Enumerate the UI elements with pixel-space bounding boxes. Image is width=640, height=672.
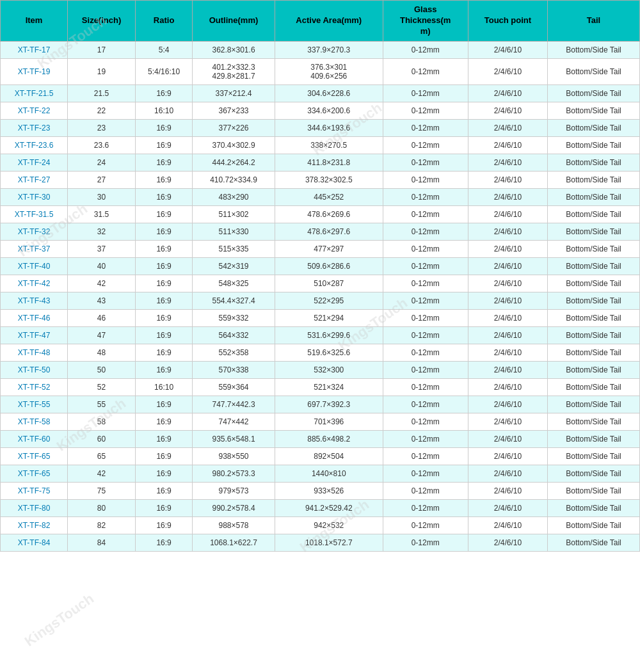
table-cell: 2/4/6/10 <box>468 84 547 102</box>
table-cell: 5:4/16:10 <box>136 58 193 84</box>
table-row: XT-TF-404016:9542×319509.6×286.60-12mm2/… <box>1 257 640 275</box>
table-cell: 979×573 <box>193 482 275 499</box>
table-cell: Bottom/Side Tail <box>548 154 640 171</box>
table-cell: XT-TF-42 <box>1 275 68 292</box>
table-cell: 21.5 <box>68 84 136 102</box>
table-cell: 942×532 <box>275 516 383 534</box>
table-cell: 16:9 <box>136 275 193 292</box>
table-cell: 401.2×332.3429.8×281.7 <box>193 58 275 84</box>
table-cell: 0-12mm <box>383 58 468 84</box>
table-cell: 65 <box>68 447 136 465</box>
table-cell: Bottom/Side Tail <box>548 84 640 102</box>
table-cell: 16:9 <box>136 154 193 171</box>
table-row: XT-TF-424216:9548×325510×2870-12mm2/4/6/… <box>1 275 640 292</box>
table-cell: 0-12mm <box>383 102 468 119</box>
table-cell: Bottom/Side Tail <box>548 119 640 136</box>
table-cell: 2/4/6/10 <box>468 326 547 344</box>
table-row: XT-TF-654216:9980.2×573.31440×8100-12mm2… <box>1 465 640 482</box>
table-cell: 60 <box>68 430 136 447</box>
table-cell: XT-TF-55 <box>1 396 68 413</box>
table-cell: XT-TF-23.6 <box>1 136 68 154</box>
table-cell: 935.6×548.1 <box>193 430 275 447</box>
col-header-glass: GlassThickness(mm) <box>383 1 468 42</box>
table-cell: 509.6×286.6 <box>275 257 383 275</box>
table-cell: 0-12mm <box>383 171 468 188</box>
table-cell: 23 <box>68 119 136 136</box>
table-row: XT-TF-525216:10559×364521×3240-12mm2/4/6… <box>1 378 640 396</box>
table-cell: 42 <box>68 465 136 482</box>
table-cell: XT-TF-23 <box>1 119 68 136</box>
table-cell: 40 <box>68 257 136 275</box>
table-cell: 0-12mm <box>383 223 468 240</box>
table-cell: 0-12mm <box>383 465 468 482</box>
table-cell: 16:9 <box>136 292 193 309</box>
table-cell: 0-12mm <box>383 361 468 378</box>
table-cell: Bottom/Side Tail <box>548 171 640 188</box>
table-row: XT-TF-474716:9564×332531.6×299.60-12mm2/… <box>1 326 640 344</box>
table-cell: 16:10 <box>136 378 193 396</box>
table-cell: 377×226 <box>193 119 275 136</box>
table-cell: Bottom/Side Tail <box>548 396 640 413</box>
table-row: XT-TF-19195:4/16:10401.2×332.3429.8×281.… <box>1 58 640 84</box>
table-cell: XT-TF-30 <box>1 188 68 205</box>
col-header-tail: Tail <box>548 1 640 42</box>
table-cell: Bottom/Side Tail <box>548 482 640 499</box>
table-cell: 542×319 <box>193 257 275 275</box>
table-cell: 55 <box>68 396 136 413</box>
table-row: XT-TF-242416:9444.2×264.2411.8×231.80-12… <box>1 154 640 171</box>
table-cell: 941.2×529.42 <box>275 499 383 516</box>
table-cell: 522×295 <box>275 292 383 309</box>
table-cell: 2/4/6/10 <box>468 378 547 396</box>
table-row: XT-TF-757516:9979×573933×5260-12mm2/4/6/… <box>1 482 640 499</box>
table-cell: 362.8×301.6 <box>193 41 275 58</box>
table-cell: 367×233 <box>193 102 275 119</box>
table-cell: XT-TF-40 <box>1 257 68 275</box>
table-cell: 16:9 <box>136 257 193 275</box>
table-cell: 16:9 <box>136 465 193 482</box>
table-cell: 0-12mm <box>383 378 468 396</box>
table-cell: 477×297 <box>275 240 383 257</box>
table-cell: XT-TF-43 <box>1 292 68 309</box>
table-cell: XT-TF-52 <box>1 378 68 396</box>
table-cell: 1068.1×622.7 <box>193 534 275 551</box>
table-cell: 2/4/6/10 <box>468 516 547 534</box>
col-header-item: Item <box>1 1 68 42</box>
table-cell: 747×442 <box>193 413 275 430</box>
table-cell: 16:9 <box>136 309 193 326</box>
table-cell: 2/4/6/10 <box>468 154 547 171</box>
table-cell: 2/4/6/10 <box>468 240 547 257</box>
table-cell: 478.6×297.6 <box>275 223 383 240</box>
table-cell: 334.6×200.6 <box>275 102 383 119</box>
table-cell: 747.7×442.3 <box>193 396 275 413</box>
table-cell: XT-TF-84 <box>1 534 68 551</box>
table-cell: 16:9 <box>136 499 193 516</box>
table-cell: 0-12mm <box>383 275 468 292</box>
table-header: Item Size(inch) Ratio Outline(mm) Active… <box>1 1 640 42</box>
table-cell: XT-TF-47 <box>1 326 68 344</box>
table-row: XT-TF-555516:9747.7×442.3697.7×392.30-12… <box>1 396 640 413</box>
table-cell: 510×287 <box>275 275 383 292</box>
table-cell: 370.4×302.9 <box>193 136 275 154</box>
table-cell: 0-12mm <box>383 326 468 344</box>
table-cell: 0-12mm <box>383 482 468 499</box>
table-cell: 483×290 <box>193 188 275 205</box>
table-cell: 23.6 <box>68 136 136 154</box>
table-cell: 16:10 <box>136 102 193 119</box>
table-cell: XT-TF-58 <box>1 413 68 430</box>
table-cell: Bottom/Side Tail <box>548 413 640 430</box>
table-cell: 444.2×264.2 <box>193 154 275 171</box>
table-cell: Bottom/Side Tail <box>548 516 640 534</box>
table-cell: 22 <box>68 102 136 119</box>
table-cell: 16:9 <box>136 326 193 344</box>
table-cell: Bottom/Side Tail <box>548 465 640 482</box>
table-cell: 378.32×302.5 <box>275 171 383 188</box>
table-cell: 16:9 <box>136 430 193 447</box>
table-cell: 885.6×498.2 <box>275 430 383 447</box>
table-cell: 16:9 <box>136 223 193 240</box>
table-cell: 0-12mm <box>383 447 468 465</box>
table-cell: 43 <box>68 292 136 309</box>
table-cell: 2/4/6/10 <box>468 119 547 136</box>
table-cell: 5:4 <box>136 41 193 58</box>
table-cell: 16:9 <box>136 482 193 499</box>
table-cell: 84 <box>68 534 136 551</box>
